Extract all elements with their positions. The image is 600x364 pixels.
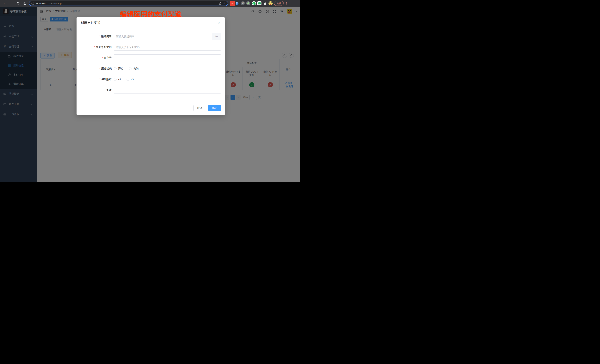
app-page: 芋道管理系统 首页 系统管理 ¥ 支付管理 商户信息 xyxy=(0,7,300,182)
share-icon[interactable] xyxy=(219,2,222,5)
merchant-no-input[interactable] xyxy=(114,55,221,61)
extension-kite-icon[interactable] xyxy=(235,1,239,5)
extensions-puzzle-icon[interactable] xyxy=(263,1,267,5)
percent-suffix: % xyxy=(212,33,221,40)
field-api-version: *API 版本 v2 v3 xyxy=(76,76,225,83)
radio-api-v2[interactable]: v2 xyxy=(114,78,121,81)
bookmark-star-icon[interactable]: ☆ xyxy=(223,2,225,5)
extension-grid-icon[interactable]: 10 xyxy=(230,1,234,5)
radio-circle-icon xyxy=(129,67,132,70)
remark-input[interactable] xyxy=(114,87,221,93)
browser-reload-icon[interactable] xyxy=(16,1,21,6)
radio-status-open[interactable]: 开启 xyxy=(114,67,123,70)
radio-circle-icon xyxy=(127,78,129,81)
field-appid: *公众号APPID xyxy=(76,44,225,51)
close-icon[interactable]: ✕ xyxy=(218,21,220,24)
radio-api-v3[interactable]: v3 xyxy=(127,78,134,81)
radio-status-closed[interactable]: 关闭 xyxy=(129,67,139,70)
profile-avatar-icon[interactable] xyxy=(269,1,272,5)
browser-back-icon[interactable]: ← xyxy=(2,1,7,6)
extension-y-icon[interactable] xyxy=(252,1,256,5)
field-channel-status: *渠道状态 开启 关闭 xyxy=(76,65,225,72)
extension-chat-icon[interactable] xyxy=(257,1,262,5)
appid-input[interactable] xyxy=(114,44,221,51)
extension-command-icon[interactable]: ⌘ xyxy=(241,1,245,5)
browser-update-button[interactable]: 更新 xyxy=(274,1,284,6)
screen: ← → i localhost:1024/pay/app ☆ 10 ⌘ 更新 ⋮ xyxy=(0,0,300,182)
browser-menu-icon[interactable]: ⋮ xyxy=(285,2,288,5)
site-info-icon[interactable]: i xyxy=(31,2,34,5)
annotation-text: 编辑应用的支付渠道 xyxy=(120,10,182,19)
url-text[interactable]: localhost:1024/pay/app xyxy=(36,2,217,5)
browser-home-icon[interactable] xyxy=(22,1,28,6)
field-merchant-no: *商户号 xyxy=(76,55,225,61)
cancel-button[interactable]: 取消 xyxy=(193,105,206,111)
field-remark: 备注 xyxy=(76,87,225,93)
address-bar[interactable]: i localhost:1024/pay/app ☆ xyxy=(29,1,228,6)
extension-badge: 10 xyxy=(230,1,235,6)
field-channel-rate: *渠道费率 % xyxy=(76,33,225,40)
extension-dot-icon[interactable] xyxy=(246,1,250,5)
confirm-button[interactable]: 确定 xyxy=(208,105,221,111)
browser-toolbar: ← → i localhost:1024/pay/app ☆ 10 ⌘ 更新 ⋮ xyxy=(0,0,300,7)
create-pay-channel-dialog: 创建支付渠道 ✕ *渠道费率 % *公众号APPID *商户号 xyxy=(76,17,225,115)
dialog-title: 创建支付渠道 xyxy=(81,20,101,25)
radio-circle-icon xyxy=(114,67,117,70)
channel-rate-input[interactable] xyxy=(114,33,212,40)
radio-circle-icon xyxy=(114,78,117,81)
browser-forward-icon[interactable]: → xyxy=(9,1,14,6)
